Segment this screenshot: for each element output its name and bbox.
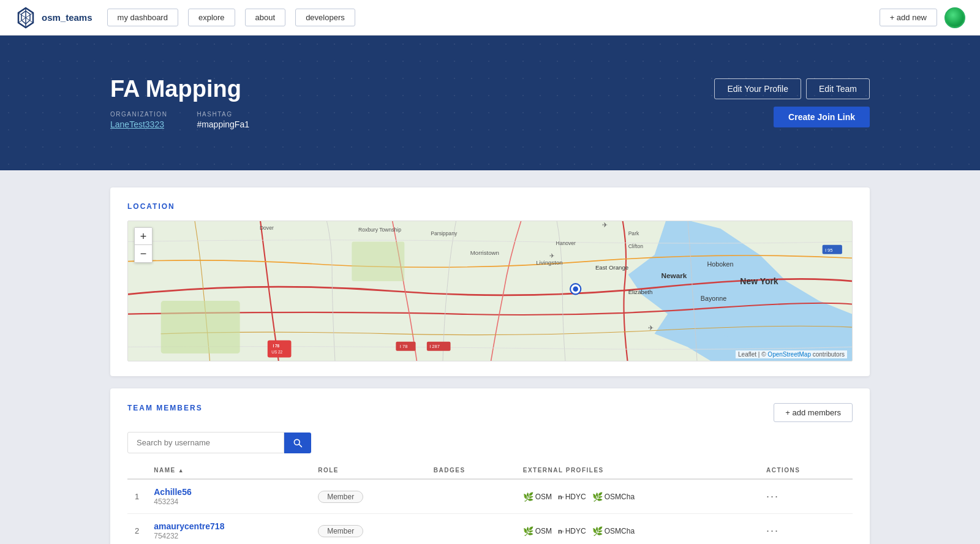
- members-header: TEAM MEMBERS + add members: [127, 403, 853, 422]
- th-actions: ACTIONS: [759, 462, 853, 479]
- ext-profile-osmcha[interactable]: 🌿OSMCha: [592, 492, 635, 502]
- ext-profile-hdyc[interactable]: n◦HDYC: [558, 527, 586, 535]
- svg-rect-25: [268, 341, 292, 358]
- row-actions: ···: [759, 514, 853, 545]
- hero-actions: Edit Your Profile Edit Team Create Join …: [714, 78, 870, 127]
- add-members-button[interactable]: + add members: [774, 403, 853, 422]
- zoom-in-button[interactable]: +: [135, 228, 152, 245]
- svg-text:I 95: I 95: [825, 247, 833, 253]
- nav-about[interactable]: about: [245, 9, 286, 26]
- map-zoom-controls: + −: [134, 227, 153, 263]
- nav-developers[interactable]: developers: [295, 9, 355, 26]
- row-role: Member: [311, 479, 426, 514]
- hashtag-meta: HASHTAG #mappingFa1: [197, 111, 249, 130]
- row-num: 1: [127, 479, 146, 514]
- actions-menu-button[interactable]: ···: [766, 524, 779, 537]
- svg-text:Dover: Dover: [260, 225, 274, 231]
- row-badges: [426, 479, 516, 514]
- svg-text:New York: New York: [740, 276, 778, 286]
- row-member-info: Achille56 453234: [146, 479, 311, 514]
- create-join-link-button[interactable]: Create Join Link: [774, 107, 870, 127]
- contributors-text: contributors: [811, 351, 845, 358]
- svg-text:✈: ✈: [648, 324, 654, 331]
- ext-profile-osm[interactable]: 🌿OSM: [523, 526, 552, 536]
- svg-text:Bayonne: Bayonne: [701, 295, 726, 302]
- search-input[interactable]: [127, 432, 284, 453]
- map-attribution: Leaflet | © OpenStreetMap contributors: [736, 350, 847, 358]
- role-badge: Member: [318, 491, 363, 503]
- avatar[interactable]: [944, 7, 965, 28]
- leaflet-credit: Leaflet | ©: [738, 351, 767, 358]
- nav-explore[interactable]: explore: [188, 9, 235, 26]
- ext-profile-hdyc[interactable]: n◦HDYC: [558, 493, 586, 501]
- add-new-button[interactable]: + add new: [880, 9, 937, 26]
- th-name[interactable]: NAME: [146, 462, 311, 479]
- svg-text:Clifton: Clifton: [628, 243, 644, 249]
- svg-text:Roxbury Township: Roxbury Township: [358, 227, 401, 233]
- edit-profile-button[interactable]: Edit Your Profile: [714, 78, 801, 99]
- svg-text:Hoboken: Hoboken: [707, 260, 734, 268]
- nav-my-dashboard[interactable]: my dashboard: [107, 9, 178, 26]
- member-id: 453234: [154, 497, 178, 506]
- row-badges: [426, 514, 516, 545]
- team-members-card: TEAM MEMBERS + add members NAME ROLE BAD…: [110, 388, 870, 544]
- members-tbody: 1 Achille56 453234 Member 🌿OSMn◦HDYC🌿OSM…: [127, 479, 853, 544]
- member-name-link[interactable]: Achille56: [154, 487, 303, 497]
- svg-text:Park: Park: [628, 230, 639, 236]
- svg-text:I 78: I 78: [400, 344, 408, 349]
- ext-profile-osmcha[interactable]: 🌿OSMCha: [592, 526, 635, 536]
- svg-text:East Orange: East Orange: [595, 264, 628, 271]
- table-head: NAME ROLE BADGES EXTERNAL PROFILES ACTIO…: [127, 462, 853, 479]
- zoom-out-button[interactable]: −: [135, 245, 152, 262]
- th-role: ROLE: [311, 462, 426, 479]
- logo-text: osm_teams: [42, 12, 92, 23]
- logo-icon: [15, 7, 37, 29]
- hashtag-label: HASHTAG: [197, 111, 249, 118]
- svg-rect-7: [352, 241, 404, 281]
- navbar: osm_teams my dashboard explore about dev…: [0, 0, 980, 36]
- svg-line-38: [299, 444, 301, 447]
- row-actions: ···: [759, 479, 853, 514]
- row-role: Member: [311, 514, 426, 545]
- member-name-link[interactable]: amaurycentre718: [154, 521, 303, 531]
- svg-text:Livingston: Livingston: [536, 259, 562, 266]
- th-num: [127, 462, 146, 479]
- role-badge: Member: [318, 525, 363, 537]
- hashtag-value: #mappingFa1: [197, 119, 249, 129]
- main-content: LOCATION: [0, 170, 980, 544]
- svg-text:Parsippany: Parsippany: [431, 230, 458, 236]
- svg-text:✈: ✈: [602, 221, 608, 229]
- svg-text:Hanover: Hanover: [556, 240, 576, 246]
- avatar-image: [946, 9, 964, 27]
- team-members-title: TEAM MEMBERS: [127, 404, 203, 412]
- org-link[interactable]: LaneTest3323: [110, 119, 164, 129]
- table-header-row: NAME ROLE BADGES EXTERNAL PROFILES ACTIO…: [127, 462, 853, 479]
- row-ext-profiles: 🌿OSMn◦HDYC🌿OSMCha: [516, 479, 759, 514]
- th-badges: BADGES: [426, 462, 516, 479]
- th-ext-profiles: EXTERNAL PROFILES: [516, 462, 759, 479]
- map-container: Newark Hoboken New York Bayonne Elizabet…: [127, 221, 853, 361]
- svg-text:Morristown: Morristown: [470, 249, 499, 256]
- search-row: [127, 432, 311, 453]
- row-member-info: amaurycentre718 754232: [146, 514, 311, 545]
- svg-text:✈: ✈: [549, 252, 554, 259]
- search-icon: [293, 438, 303, 448]
- members-table: NAME ROLE BADGES EXTERNAL PROFILES ACTIO…: [127, 462, 853, 544]
- location-title: LOCATION: [127, 202, 853, 211]
- osm-link[interactable]: OpenStreetMap: [767, 351, 811, 358]
- ext-profile-osm[interactable]: 🌿OSM: [523, 492, 552, 502]
- map-background: Newark Hoboken New York Bayonne Elizabet…: [128, 221, 852, 361]
- svg-text:I 78: I 78: [273, 344, 279, 348]
- svg-text:US 22: US 22: [271, 350, 282, 354]
- table-row: 2 amaurycentre718 754232 Member 🌿OSMn◦HD…: [127, 514, 853, 545]
- table-row: 1 Achille56 453234 Member 🌿OSMn◦HDYC🌿OSM…: [127, 479, 853, 514]
- location-card: LOCATION: [110, 187, 870, 376]
- search-button[interactable]: [284, 433, 311, 453]
- row-ext-profiles: 🌿OSMn◦HDYC🌿OSMCha: [516, 514, 759, 545]
- svg-text:Elizabeth: Elizabeth: [628, 289, 653, 295]
- edit-team-button[interactable]: Edit Team: [806, 78, 870, 99]
- actions-menu-button[interactable]: ···: [766, 490, 779, 502]
- nav-logo[interactable]: osm_teams: [15, 7, 92, 29]
- member-id: 754232: [154, 532, 178, 540]
- svg-text:Newark: Newark: [661, 271, 687, 280]
